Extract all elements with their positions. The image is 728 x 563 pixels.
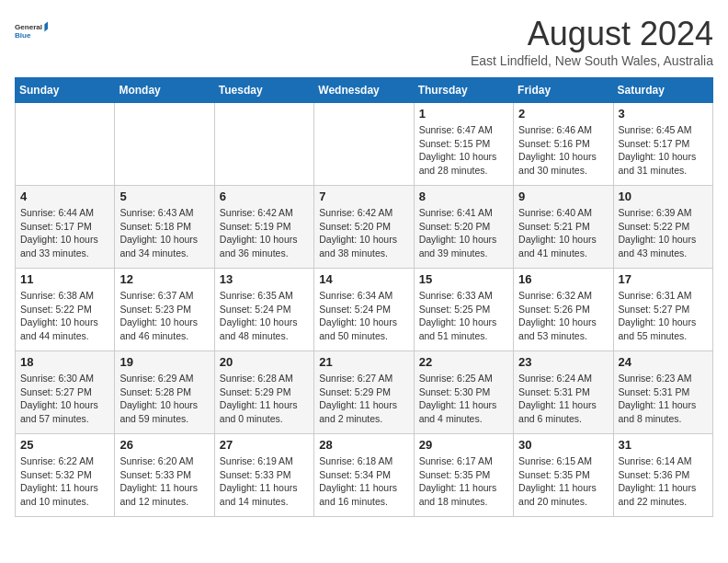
logo-icon: General Blue	[15, 15, 48, 48]
calendar-day-cell: 15Sunrise: 6:33 AMSunset: 5:25 PMDayligh…	[414, 269, 513, 351]
weekday-header-friday: Friday	[514, 78, 613, 103]
day-number: 7	[319, 190, 408, 203]
day-number: 12	[119, 272, 209, 286]
day-info: Sunrise: 6:24 AMSunset: 5:31 PMDaylight:…	[518, 372, 608, 426]
day-number: 11	[20, 272, 109, 286]
calendar-day-cell: 13Sunrise: 6:35 AMSunset: 5:24 PMDayligh…	[214, 269, 313, 351]
day-number: 31	[619, 438, 708, 452]
day-number: 9	[518, 190, 608, 203]
calendar-day-cell: 4Sunrise: 6:44 AMSunset: 5:17 PMDaylight…	[16, 186, 115, 269]
day-number: 8	[419, 190, 508, 203]
calendar-day-cell: 14Sunrise: 6:34 AMSunset: 5:24 PMDayligh…	[314, 269, 414, 351]
day-info: Sunrise: 6:38 AMSunset: 5:22 PMDaylight:…	[20, 289, 109, 343]
calendar-week-3: 11Sunrise: 6:38 AMSunset: 5:22 PMDayligh…	[16, 269, 713, 351]
calendar-day-cell	[16, 103, 115, 186]
day-info: Sunrise: 6:42 AMSunset: 5:20 PMDaylight:…	[319, 206, 408, 260]
day-number: 13	[220, 272, 309, 286]
calendar-day-cell: 11Sunrise: 6:38 AMSunset: 5:22 PMDayligh…	[16, 269, 115, 351]
day-info: Sunrise: 6:31 AMSunset: 5:27 PMDaylight:…	[619, 289, 708, 343]
calendar-day-cell	[115, 103, 214, 186]
calendar-day-cell: 2Sunrise: 6:46 AMSunset: 5:16 PMDaylight…	[514, 103, 613, 186]
calendar-week-5: 25Sunrise: 6:22 AMSunset: 5:32 PMDayligh…	[16, 434, 713, 517]
day-number: 10	[619, 190, 708, 203]
calendar-day-cell: 27Sunrise: 6:19 AMSunset: 5:33 PMDayligh…	[214, 434, 313, 517]
calendar-day-cell: 10Sunrise: 6:39 AMSunset: 5:22 PMDayligh…	[613, 186, 712, 269]
calendar-day-cell: 12Sunrise: 6:37 AMSunset: 5:23 PMDayligh…	[115, 269, 214, 351]
weekday-header-saturday: Saturday	[613, 78, 712, 103]
svg-text:General: General	[15, 23, 42, 31]
calendar-day-cell: 25Sunrise: 6:22 AMSunset: 5:32 PMDayligh…	[16, 434, 115, 517]
calendar-day-cell: 9Sunrise: 6:40 AMSunset: 5:21 PMDaylight…	[514, 186, 613, 269]
weekday-header-thursday: Thursday	[414, 78, 513, 103]
calendar-day-cell: 28Sunrise: 6:18 AMSunset: 5:34 PMDayligh…	[314, 434, 414, 517]
calendar-day-cell: 23Sunrise: 6:24 AMSunset: 5:31 PMDayligh…	[514, 351, 613, 434]
calendar-day-cell: 29Sunrise: 6:17 AMSunset: 5:35 PMDayligh…	[414, 434, 513, 517]
weekday-header-row: SundayMondayTuesdayWednesdayThursdayFrid…	[16, 78, 713, 103]
day-number: 6	[220, 190, 309, 203]
day-number: 19	[119, 355, 209, 369]
day-number: 5	[119, 190, 209, 203]
day-number: 27	[220, 438, 309, 452]
calendar-day-cell: 3Sunrise: 6:45 AMSunset: 5:17 PMDaylight…	[613, 103, 712, 186]
calendar-day-cell: 8Sunrise: 6:41 AMSunset: 5:20 PMDaylight…	[414, 186, 513, 269]
day-number: 23	[518, 355, 608, 369]
day-number: 4	[20, 190, 109, 203]
calendar-day-cell: 5Sunrise: 6:43 AMSunset: 5:18 PMDaylight…	[115, 186, 214, 269]
calendar-day-cell	[214, 103, 313, 186]
day-info: Sunrise: 6:39 AMSunset: 5:22 PMDaylight:…	[619, 206, 708, 260]
day-info: Sunrise: 6:23 AMSunset: 5:31 PMDaylight:…	[619, 372, 708, 426]
day-info: Sunrise: 6:32 AMSunset: 5:26 PMDaylight:…	[518, 289, 608, 343]
day-number: 16	[518, 272, 608, 286]
weekday-header-wednesday: Wednesday	[314, 78, 414, 103]
day-number: 25	[20, 438, 109, 452]
day-number: 30	[518, 438, 608, 452]
calendar-day-cell: 30Sunrise: 6:15 AMSunset: 5:35 PMDayligh…	[514, 434, 613, 517]
day-number: 1	[419, 107, 508, 121]
calendar-week-2: 4Sunrise: 6:44 AMSunset: 5:17 PMDaylight…	[16, 186, 713, 269]
day-number: 2	[518, 107, 608, 121]
logo: General Blue	[15, 15, 48, 48]
day-info: Sunrise: 6:40 AMSunset: 5:21 PMDaylight:…	[518, 206, 608, 260]
weekday-header-tuesday: Tuesday	[214, 78, 313, 103]
calendar-day-cell: 17Sunrise: 6:31 AMSunset: 5:27 PMDayligh…	[613, 269, 712, 351]
day-info: Sunrise: 6:27 AMSunset: 5:29 PMDaylight:…	[319, 372, 408, 426]
day-info: Sunrise: 6:29 AMSunset: 5:28 PMDaylight:…	[119, 372, 209, 426]
day-info: Sunrise: 6:22 AMSunset: 5:32 PMDaylight:…	[20, 454, 109, 509]
calendar-week-4: 18Sunrise: 6:30 AMSunset: 5:27 PMDayligh…	[16, 351, 713, 434]
calendar-week-1: 1Sunrise: 6:47 AMSunset: 5:15 PMDaylight…	[16, 103, 713, 186]
day-number: 15	[419, 272, 508, 286]
page-header: General Blue August 2024 East Lindfield,…	[15, 15, 713, 68]
calendar-day-cell: 6Sunrise: 6:42 AMSunset: 5:19 PMDaylight…	[214, 186, 313, 269]
day-info: Sunrise: 6:37 AMSunset: 5:23 PMDaylight:…	[119, 289, 209, 343]
calendar-day-cell: 24Sunrise: 6:23 AMSunset: 5:31 PMDayligh…	[613, 351, 712, 434]
day-number: 22	[419, 355, 508, 369]
day-info: Sunrise: 6:14 AMSunset: 5:36 PMDaylight:…	[619, 454, 708, 509]
day-number: 17	[619, 272, 708, 286]
day-info: Sunrise: 6:19 AMSunset: 5:33 PMDaylight:…	[220, 454, 309, 509]
day-info: Sunrise: 6:34 AMSunset: 5:24 PMDaylight:…	[319, 289, 408, 343]
day-number: 20	[220, 355, 309, 369]
calendar-day-cell: 16Sunrise: 6:32 AMSunset: 5:26 PMDayligh…	[514, 269, 613, 351]
calendar-day-cell	[314, 103, 414, 186]
day-info: Sunrise: 6:18 AMSunset: 5:34 PMDaylight:…	[319, 454, 408, 509]
location: East Lindfield, New South Wales, Austral…	[471, 53, 713, 68]
weekday-header-monday: Monday	[115, 78, 214, 103]
day-number: 29	[419, 438, 508, 452]
day-info: Sunrise: 6:44 AMSunset: 5:17 PMDaylight:…	[20, 206, 109, 260]
calendar-day-cell: 31Sunrise: 6:14 AMSunset: 5:36 PMDayligh…	[613, 434, 712, 517]
svg-text:Blue: Blue	[15, 31, 31, 40]
calendar-day-cell: 20Sunrise: 6:28 AMSunset: 5:29 PMDayligh…	[214, 351, 313, 434]
calendar-day-cell: 22Sunrise: 6:25 AMSunset: 5:30 PMDayligh…	[414, 351, 513, 434]
day-info: Sunrise: 6:43 AMSunset: 5:18 PMDaylight:…	[119, 206, 209, 260]
day-info: Sunrise: 6:47 AMSunset: 5:15 PMDaylight:…	[419, 123, 508, 178]
month-year: August 2024	[471, 15, 713, 53]
day-info: Sunrise: 6:35 AMSunset: 5:24 PMDaylight:…	[220, 289, 309, 343]
day-number: 24	[619, 355, 708, 369]
day-info: Sunrise: 6:20 AMSunset: 5:33 PMDaylight:…	[119, 454, 209, 509]
title-block: August 2024 East Lindfield, New South Wa…	[471, 15, 713, 68]
calendar-day-cell: 26Sunrise: 6:20 AMSunset: 5:33 PMDayligh…	[115, 434, 214, 517]
svg-marker-2	[44, 21, 48, 32]
calendar-table: SundayMondayTuesdayWednesdayThursdayFrid…	[15, 77, 713, 517]
day-info: Sunrise: 6:30 AMSunset: 5:27 PMDaylight:…	[20, 372, 109, 426]
day-info: Sunrise: 6:46 AMSunset: 5:16 PMDaylight:…	[518, 123, 608, 178]
